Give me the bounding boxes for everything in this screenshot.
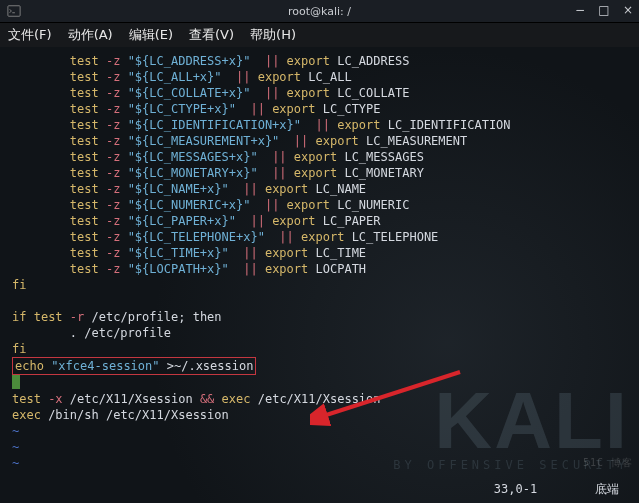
- minimize-button[interactable]: −: [573, 4, 587, 16]
- svg-rect-0: [8, 6, 20, 17]
- terminal-body[interactable]: KALI BY OFFENSIVE SECURITY test -z "${LC…: [0, 47, 639, 503]
- menu-help[interactable]: 帮助(H): [250, 26, 296, 44]
- window-title: root@kali: /: [288, 5, 351, 18]
- cursor-position: 33,0-1: [494, 482, 537, 496]
- menu-action[interactable]: 动作(A): [68, 26, 113, 44]
- menu-view[interactable]: 查看(V): [189, 26, 234, 44]
- cursor: [12, 375, 20, 389]
- titlebar[interactable]: root@kali: / − □ ×: [0, 0, 639, 23]
- close-button[interactable]: ×: [621, 4, 635, 16]
- maximize-button[interactable]: □: [597, 4, 611, 16]
- menubar: 文件(F) 动作(A) 编辑(E) 查看(V) 帮助(H): [0, 23, 639, 47]
- status-label: 底端: [595, 482, 619, 496]
- status-line: 33,0-1 底端: [494, 481, 619, 497]
- menu-edit[interactable]: 编辑(E): [129, 26, 173, 44]
- watermark-corner: 51C 博客: [583, 455, 633, 471]
- menu-file[interactable]: 文件(F): [8, 26, 52, 44]
- terminal-icon: [6, 3, 22, 19]
- window-controls: − □ ×: [573, 4, 635, 16]
- terminal-window: root@kali: / − □ × 文件(F) 动作(A) 编辑(E) 查看(…: [0, 0, 639, 503]
- editor-content[interactable]: test -z "${LC_ADDRESS+x}" || export LC_A…: [12, 53, 631, 471]
